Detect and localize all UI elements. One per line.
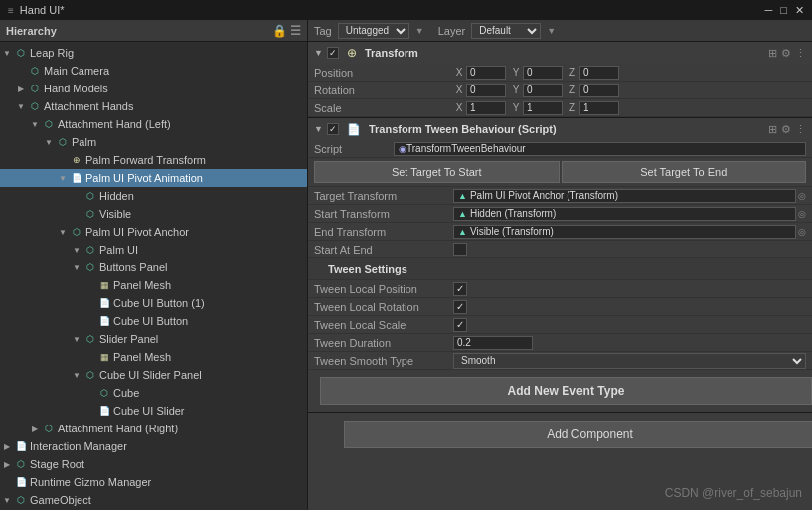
tag-dropdown[interactable]: Untagged bbox=[338, 23, 409, 39]
hierarchy-item-visible[interactable]: ⬡Visible bbox=[0, 205, 307, 223]
tween-local-rotation-checkbox[interactable] bbox=[453, 300, 467, 314]
position-x-input[interactable] bbox=[466, 66, 506, 80]
tree-arrow-leap-rig[interactable] bbox=[0, 46, 14, 60]
maximize-icon[interactable]: □ bbox=[780, 4, 787, 17]
hierarchy-item-hidden[interactable]: ⬡Hidden bbox=[0, 187, 307, 205]
close-icon[interactable]: ✕ bbox=[795, 4, 804, 17]
hierarchy-item-palm-ui-pivot-anchor[interactable]: ⬡Palm UI Pivot Anchor bbox=[0, 223, 307, 241]
tree-arrow-palm[interactable] bbox=[42, 135, 56, 149]
tree-arrow-cube-ui-button-1[interactable] bbox=[83, 296, 97, 310]
tree-arrow-cube-ui-slider[interactable] bbox=[83, 404, 97, 418]
hierarchy-item-runtime-gizmo-manager[interactable]: 📄Runtime Gizmo Manager bbox=[0, 473, 307, 491]
menu-icon[interactable]: ☰ bbox=[290, 24, 301, 38]
tree-arrow-cube-ui-button[interactable] bbox=[83, 314, 97, 328]
tree-arrow-palm-ui[interactable] bbox=[70, 243, 83, 256]
hierarchy-item-hand-models[interactable]: ⬡Hand Models bbox=[0, 80, 307, 97]
tree-arrow-gameobject[interactable] bbox=[0, 493, 14, 507]
hierarchy-item-cube[interactable]: ⬡Cube bbox=[0, 384, 307, 402]
hierarchy-item-palm-ui[interactable]: ⬡Palm UI bbox=[0, 241, 307, 258]
tree-arrow-runtime-gizmo-manager[interactable] bbox=[0, 475, 14, 489]
tween-smooth-type-dropdown[interactable]: Smooth bbox=[453, 353, 806, 369]
set-target-end-button[interactable]: Set Target To End bbox=[562, 161, 807, 183]
tween-icon-gear[interactable]: ⚙ bbox=[781, 123, 791, 136]
tree-arrow-cube-ui-slider-panel[interactable] bbox=[70, 368, 83, 382]
scale-x-input[interactable] bbox=[466, 101, 506, 115]
end-transform-field[interactable]: ▲ Visible (Transform) bbox=[453, 225, 796, 239]
tree-arrow-palm-ui-pivot-anchor[interactable] bbox=[56, 225, 70, 239]
tree-arrow-hand-models[interactable] bbox=[14, 82, 28, 95]
target-transform-picker[interactable]: ◎ bbox=[798, 191, 806, 201]
tree-arrow-attachment-hand-right[interactable] bbox=[28, 422, 42, 435]
hierarchy-item-gameobject[interactable]: ⬡GameObject bbox=[0, 491, 307, 509]
hierarchy-item-buttons-panel[interactable]: ⬡Buttons Panel bbox=[0, 258, 307, 276]
add-component-button[interactable]: Add Component bbox=[344, 421, 812, 448]
add-new-event-type-button[interactable]: Add New Event Type bbox=[320, 377, 812, 405]
tween-section-header[interactable]: ▼ 📄 Transform Tween Behaviour (Script) ⊞… bbox=[308, 118, 812, 140]
hierarchy-item-cube-ui-button-1[interactable]: 📄Cube UI Button (1) bbox=[0, 294, 307, 312]
tween-icon-dots[interactable]: ⋮ bbox=[795, 123, 806, 136]
window-controls[interactable]: ─ □ ✕ bbox=[765, 4, 804, 17]
scale-y-input[interactable] bbox=[523, 101, 563, 115]
start-transform-picker[interactable]: ◎ bbox=[798, 209, 806, 219]
tween-local-scale-checkbox[interactable] bbox=[453, 318, 467, 332]
tree-arrow-hidden[interactable] bbox=[70, 189, 83, 203]
hierarchy-item-attachment-hands[interactable]: ⬡Attachment Hands bbox=[0, 97, 307, 115]
hierarchy-item-main-camera[interactable]: ⬡Main Camera bbox=[0, 62, 307, 80]
lock-icon[interactable]: 🔒 bbox=[272, 24, 287, 38]
transform-icon-grid[interactable]: ⊞ bbox=[768, 47, 777, 60]
hierarchy-item-palm-ui-pivot-animation[interactable]: 📄Palm UI Pivot Animation bbox=[0, 169, 307, 187]
hierarchy-item-panel-mesh-2[interactable]: ▦Panel Mesh bbox=[0, 348, 307, 366]
target-transform-field[interactable]: ▲ Palm UI Pivot Anchor (Transform) bbox=[453, 189, 796, 203]
hierarchy-item-slider-panel[interactable]: ⬡Slider Panel bbox=[0, 330, 307, 348]
hierarchy-item-leap-rig[interactable]: ⬡Leap Rig bbox=[0, 44, 307, 62]
rotation-y-input[interactable] bbox=[523, 84, 563, 97]
transform-enabled-checkbox[interactable] bbox=[327, 47, 339, 59]
tree-arrow-attachment-hand-left[interactable] bbox=[28, 117, 42, 131]
scale-x-field[interactable]: X bbox=[453, 101, 506, 115]
transform-header[interactable]: ▼ ⊕ Transform ⊞ ⚙ ⋮ bbox=[308, 42, 812, 64]
tree-arrow-visible[interactable] bbox=[70, 207, 83, 221]
minimize-icon[interactable]: ─ bbox=[765, 4, 773, 17]
tween-icon-grid[interactable]: ⊞ bbox=[768, 123, 777, 136]
tree-arrow-slider-panel[interactable] bbox=[70, 332, 83, 346]
position-y-input[interactable] bbox=[523, 66, 563, 80]
hierarchy-item-interaction-manager[interactable]: 📄Interaction Manager bbox=[0, 437, 307, 455]
hierarchy-item-cube-ui-slider-panel[interactable]: ⬡Cube UI Slider Panel bbox=[0, 366, 307, 384]
tree-arrow-interaction-manager[interactable] bbox=[0, 439, 14, 453]
tween-duration-input[interactable] bbox=[453, 336, 533, 350]
tree-arrow-panel-mesh-2[interactable] bbox=[83, 350, 97, 364]
tree-arrow-main-camera[interactable] bbox=[14, 64, 28, 78]
rotation-y-field[interactable]: Y bbox=[510, 84, 563, 97]
position-x-field[interactable]: X bbox=[453, 66, 506, 80]
scale-y-field[interactable]: Y bbox=[510, 101, 563, 115]
start-at-end-checkbox[interactable] bbox=[453, 243, 467, 256]
hierarchy-item-attachment-hand-right[interactable]: ⬡Attachment Hand (Right) bbox=[0, 420, 307, 437]
scale-z-field[interactable]: Z bbox=[567, 101, 619, 115]
hierarchy-item-cube-ui-button[interactable]: 📄Cube UI Button bbox=[0, 312, 307, 330]
hierarchy-item-palm[interactable]: ⬡Palm bbox=[0, 133, 307, 151]
rotation-z-field[interactable]: Z bbox=[567, 84, 619, 97]
rotation-x-field[interactable]: X bbox=[453, 84, 506, 97]
tree-arrow-palm-ui-pivot-animation[interactable] bbox=[56, 171, 70, 185]
rotation-x-input[interactable] bbox=[466, 84, 506, 97]
tree-arrow-attachment-hands[interactable] bbox=[14, 99, 28, 113]
tree-arrow-palm-forward-transform[interactable] bbox=[56, 153, 70, 167]
position-y-field[interactable]: Y bbox=[510, 66, 563, 80]
layer-dropdown[interactable]: Default bbox=[471, 23, 541, 39]
transform-icon-gear[interactable]: ⚙ bbox=[781, 47, 791, 60]
hierarchy-tree[interactable]: ⬡Leap Rig⬡Main Camera⬡Hand Models⬡Attach… bbox=[0, 42, 307, 510]
hierarchy-item-panel-mesh-1[interactable]: ▦Panel Mesh bbox=[0, 276, 307, 294]
tree-arrow-buttons-panel[interactable] bbox=[70, 260, 83, 274]
scale-z-input[interactable] bbox=[579, 101, 619, 115]
tree-arrow-stage-root[interactable] bbox=[0, 457, 14, 471]
hierarchy-item-cube-ui-slider[interactable]: 📄Cube UI Slider bbox=[0, 402, 307, 420]
tree-arrow-cube[interactable] bbox=[83, 386, 97, 400]
end-transform-picker[interactable]: ◎ bbox=[798, 227, 806, 237]
hierarchy-item-attachment-hand-left[interactable]: ⬡Attachment Hand (Left) bbox=[0, 115, 307, 133]
tween-enabled-checkbox[interactable] bbox=[327, 123, 339, 135]
position-z-input[interactable] bbox=[579, 66, 619, 80]
transform-icon-dots[interactable]: ⋮ bbox=[795, 47, 806, 60]
hierarchy-item-palm-forward-transform[interactable]: ⊕Palm Forward Transform bbox=[0, 151, 307, 169]
tween-local-position-checkbox[interactable] bbox=[453, 282, 467, 296]
tree-arrow-panel-mesh-1[interactable] bbox=[83, 278, 97, 292]
